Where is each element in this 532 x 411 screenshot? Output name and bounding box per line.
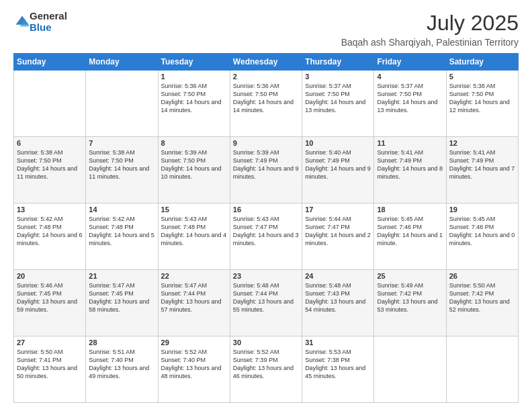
day-number: 21 xyxy=(89,272,154,280)
table-row: 12Sunrise: 5:41 AM Sunset: 7:49 PM Dayli… xyxy=(446,137,518,203)
table-row: 24Sunrise: 5:48 AM Sunset: 7:43 PM Dayli… xyxy=(302,270,374,336)
day-info: Sunrise: 5:42 AM Sunset: 7:48 PM Dayligh… xyxy=(89,215,154,248)
day-info: Sunrise: 5:45 AM Sunset: 7:46 PM Dayligh… xyxy=(377,215,443,248)
day-number: 7 xyxy=(89,139,154,147)
day-number: 14 xyxy=(89,205,154,214)
table-row xyxy=(86,71,158,137)
table-row: 2Sunrise: 5:36 AM Sunset: 7:50 PM Daylig… xyxy=(230,71,302,137)
day-info: Sunrise: 5:41 AM Sunset: 7:49 PM Dayligh… xyxy=(449,148,515,181)
day-info: Sunrise: 5:44 AM Sunset: 7:47 PM Dayligh… xyxy=(305,215,371,248)
day-number: 23 xyxy=(233,272,299,280)
table-row: 4Sunrise: 5:37 AM Sunset: 7:50 PM Daylig… xyxy=(374,71,446,137)
day-info: Sunrise: 5:40 AM Sunset: 7:49 PM Dayligh… xyxy=(305,148,371,181)
header: General Blue July 2025 Baqah ash Sharqiy… xyxy=(13,11,519,48)
logo-icon xyxy=(15,15,30,30)
day-info: Sunrise: 5:38 AM Sunset: 7:50 PM Dayligh… xyxy=(89,148,154,181)
table-row: 11Sunrise: 5:41 AM Sunset: 7:49 PM Dayli… xyxy=(374,137,446,203)
calendar-week-row: 13Sunrise: 5:42 AM Sunset: 7:48 PM Dayli… xyxy=(14,203,519,270)
table-row: 16Sunrise: 5:43 AM Sunset: 7:47 PM Dayli… xyxy=(230,203,302,270)
day-info: Sunrise: 5:50 AM Sunset: 7:42 PM Dayligh… xyxy=(449,281,515,314)
table-row: 6Sunrise: 5:38 AM Sunset: 7:50 PM Daylig… xyxy=(14,137,86,203)
day-info: Sunrise: 5:38 AM Sunset: 7:50 PM Dayligh… xyxy=(17,148,83,181)
table-row: 10Sunrise: 5:40 AM Sunset: 7:49 PM Dayli… xyxy=(302,137,374,203)
day-info: Sunrise: 5:39 AM Sunset: 7:50 PM Dayligh… xyxy=(161,148,227,181)
calendar-week-row: 1Sunrise: 5:36 AM Sunset: 7:50 PM Daylig… xyxy=(14,71,519,137)
table-row: 23Sunrise: 5:48 AM Sunset: 7:44 PM Dayli… xyxy=(230,270,302,336)
calendar-week-row: 20Sunrise: 5:46 AM Sunset: 7:45 PM Dayli… xyxy=(14,270,519,336)
table-row: 30Sunrise: 5:52 AM Sunset: 7:39 PM Dayli… xyxy=(230,336,302,403)
col-monday: Monday xyxy=(86,54,158,71)
day-number: 17 xyxy=(305,205,371,214)
day-number: 16 xyxy=(233,205,299,214)
col-tuesday: Tuesday xyxy=(158,54,230,71)
day-info: Sunrise: 5:53 AM Sunset: 7:38 PM Dayligh… xyxy=(305,348,371,381)
day-number: 27 xyxy=(17,338,83,347)
day-number: 13 xyxy=(17,205,83,214)
day-info: Sunrise: 5:37 AM Sunset: 7:50 PM Dayligh… xyxy=(305,82,371,115)
day-number: 24 xyxy=(305,272,371,280)
location-title: Baqah ash Sharqiyah, Palestinian Territo… xyxy=(341,37,519,48)
calendar-week-row: 27Sunrise: 5:50 AM Sunset: 7:41 PM Dayli… xyxy=(14,336,519,403)
table-row: 26Sunrise: 5:50 AM Sunset: 7:42 PM Dayli… xyxy=(446,270,518,336)
table-row: 17Sunrise: 5:44 AM Sunset: 7:47 PM Dayli… xyxy=(302,203,374,270)
table-row: 29Sunrise: 5:52 AM Sunset: 7:40 PM Dayli… xyxy=(158,336,230,403)
day-info: Sunrise: 5:36 AM Sunset: 7:50 PM Dayligh… xyxy=(161,82,227,115)
day-number: 5 xyxy=(449,73,515,81)
table-row xyxy=(14,71,86,137)
day-number: 4 xyxy=(377,73,443,81)
day-number: 15 xyxy=(161,205,227,214)
table-row: 18Sunrise: 5:45 AM Sunset: 7:46 PM Dayli… xyxy=(374,203,446,270)
day-info: Sunrise: 5:42 AM Sunset: 7:48 PM Dayligh… xyxy=(17,215,83,248)
day-info: Sunrise: 5:52 AM Sunset: 7:40 PM Dayligh… xyxy=(161,348,227,381)
table-row: 28Sunrise: 5:51 AM Sunset: 7:40 PM Dayli… xyxy=(86,336,158,403)
day-number: 25 xyxy=(377,272,443,280)
col-sunday: Sunday xyxy=(14,54,86,71)
logo: General Blue xyxy=(13,11,67,33)
calendar-week-row: 6Sunrise: 5:38 AM Sunset: 7:50 PM Daylig… xyxy=(14,137,519,203)
day-info: Sunrise: 5:46 AM Sunset: 7:45 PM Dayligh… xyxy=(17,281,83,314)
day-number: 20 xyxy=(17,272,83,280)
table-row: 3Sunrise: 5:37 AM Sunset: 7:50 PM Daylig… xyxy=(302,71,374,137)
table-row: 5Sunrise: 5:38 AM Sunset: 7:50 PM Daylig… xyxy=(446,71,518,137)
table-row: 20Sunrise: 5:46 AM Sunset: 7:45 PM Dayli… xyxy=(14,270,86,336)
title-area: July 2025 Baqah ash Sharqiyah, Palestini… xyxy=(341,11,519,48)
table-row: 13Sunrise: 5:42 AM Sunset: 7:48 PM Dayli… xyxy=(14,203,86,270)
day-info: Sunrise: 5:47 AM Sunset: 7:45 PM Dayligh… xyxy=(89,281,154,314)
table-row xyxy=(446,336,518,403)
col-thursday: Thursday xyxy=(302,54,374,71)
month-title: July 2025 xyxy=(341,11,519,36)
day-info: Sunrise: 5:37 AM Sunset: 7:50 PM Dayligh… xyxy=(377,82,443,115)
day-number: 1 xyxy=(161,73,227,81)
day-number: 8 xyxy=(161,139,227,147)
table-row xyxy=(374,336,446,403)
day-number: 12 xyxy=(449,139,515,147)
calendar-header-row: Sunday Monday Tuesday Wednesday Thursday… xyxy=(14,54,519,71)
day-number: 26 xyxy=(449,272,515,280)
day-number: 2 xyxy=(233,73,299,81)
table-row: 14Sunrise: 5:42 AM Sunset: 7:48 PM Dayli… xyxy=(86,203,158,270)
day-number: 19 xyxy=(449,205,515,214)
day-info: Sunrise: 5:43 AM Sunset: 7:47 PM Dayligh… xyxy=(233,215,299,248)
col-wednesday: Wednesday xyxy=(230,54,302,71)
day-number: 10 xyxy=(305,139,371,147)
table-row: 21Sunrise: 5:47 AM Sunset: 7:45 PM Dayli… xyxy=(86,270,158,336)
day-info: Sunrise: 5:50 AM Sunset: 7:41 PM Dayligh… xyxy=(17,348,83,381)
day-number: 18 xyxy=(377,205,443,214)
table-row: 9Sunrise: 5:39 AM Sunset: 7:49 PM Daylig… xyxy=(230,137,302,203)
day-info: Sunrise: 5:36 AM Sunset: 7:50 PM Dayligh… xyxy=(233,82,299,115)
day-info: Sunrise: 5:38 AM Sunset: 7:50 PM Dayligh… xyxy=(449,82,515,115)
table-row: 1Sunrise: 5:36 AM Sunset: 7:50 PM Daylig… xyxy=(158,71,230,137)
logo-general-text: General xyxy=(30,11,67,22)
day-number: 22 xyxy=(161,272,227,280)
day-number: 6 xyxy=(17,139,83,147)
day-number: 29 xyxy=(161,338,227,347)
day-number: 31 xyxy=(305,338,371,347)
day-number: 30 xyxy=(233,338,299,347)
day-info: Sunrise: 5:48 AM Sunset: 7:43 PM Dayligh… xyxy=(305,281,371,314)
table-row: 27Sunrise: 5:50 AM Sunset: 7:41 PM Dayli… xyxy=(14,336,86,403)
table-row: 19Sunrise: 5:45 AM Sunset: 7:46 PM Dayli… xyxy=(446,203,518,270)
day-info: Sunrise: 5:52 AM Sunset: 7:39 PM Dayligh… xyxy=(233,348,299,381)
day-number: 11 xyxy=(377,139,443,147)
day-info: Sunrise: 5:47 AM Sunset: 7:44 PM Dayligh… xyxy=(161,281,227,314)
table-row: 8Sunrise: 5:39 AM Sunset: 7:50 PM Daylig… xyxy=(158,137,230,203)
